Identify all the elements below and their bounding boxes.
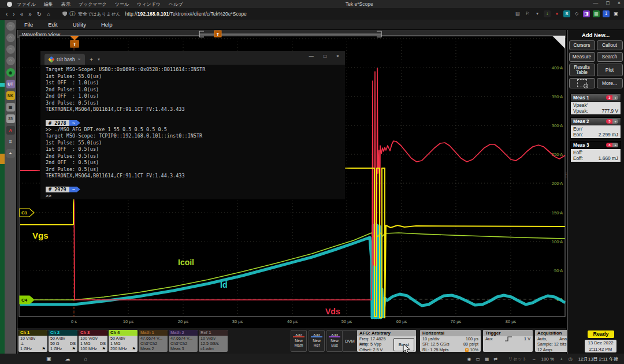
tray-icon[interactable]: ▭	[476, 356, 480, 362]
window-control[interactable]: □	[606, 0, 609, 6]
extension-nk[interactable]: NK	[6, 91, 15, 100]
extensions-icon[interactable]: ▣	[612, 10, 619, 17]
more--button[interactable]: More...	[597, 78, 623, 88]
scope-menu-utility[interactable]: Utility	[73, 21, 86, 28]
zoom-out-button[interactable]: –	[533, 356, 535, 362]
browser-menu-item[interactable]: ファイル	[17, 1, 36, 8]
shield-icon[interactable]	[62, 12, 67, 17]
taskbar-app-icon[interactable]: ⌂	[84, 356, 87, 362]
terminal-line: 2nd OFF : 0.5(us)	[46, 159, 345, 166]
browser-app-icon[interactable]	[7, 2, 12, 7]
tray-icon[interactable]: ◉	[467, 356, 471, 362]
terminal-output[interactable]: Target MSO-Scope: USB0::0x0699::0x0528::…	[40, 65, 345, 199]
dvm-button[interactable]: DVM	[342, 330, 358, 352]
chevron-down-icon[interactable]: ▾	[534, 10, 541, 17]
horizontal-panel[interactable]: Horizontal 10 µs/div100 µsSR: 12.5 GS/s8…	[420, 330, 481, 352]
browser-menu-item[interactable]: ヘルプ	[169, 1, 183, 8]
add-new-math-button[interactable]: Add New Math	[291, 330, 307, 352]
extension-grid[interactable]: ⠿	[6, 138, 15, 146]
zoom-in-button[interactable]: +	[560, 356, 563, 362]
extension-circle-3[interactable]: ◠	[6, 45, 15, 54]
extension-3s[interactable]: 35	[6, 114, 15, 123]
terminal-window-control[interactable]: —	[309, 53, 314, 59]
measurement-count-badge[interactable]: 3+	[606, 95, 618, 100]
scope-menu-file[interactable]: File	[24, 21, 33, 28]
scope-menu-edit[interactable]: Edit	[48, 21, 57, 28]
taskbar-app-icon[interactable]: ▣	[46, 356, 51, 362]
office-icon[interactable]: ◨	[583, 10, 590, 17]
measurement-card-meas2[interactable]: Meas 23+Eon'Eon:2.299 mJ	[570, 117, 621, 139]
nav-button[interactable]: ›	[13, 11, 14, 17]
git-bash-window[interactable]: Git bash × + ▾ —□× Target MSO-Scope: USB…	[40, 51, 345, 199]
browser-menu-item[interactable]: ウィンドウ	[137, 1, 161, 8]
channel-badge-ch2[interactable]: Ch 250 A/div50 ΩDS1 GHz⚑	[49, 330, 77, 352]
x-axis-label: 80 µs	[506, 319, 517, 324]
nav-button[interactable]: ↻	[37, 11, 42, 17]
sidebar-drag-handle[interactable]: ⋮	[563, 172, 569, 178]
channel-badge-ch4[interactable]: Ch 450 A/div1 MΩ200 MHz⚑	[109, 330, 138, 352]
tab-close-icon[interactable]: ×	[78, 57, 81, 62]
terminal-tab[interactable]: Git bash ×	[44, 54, 85, 65]
reset-button[interactable]: リセット	[508, 356, 527, 362]
tab-dropdown-icon[interactable]: ▾	[98, 57, 100, 62]
window-control[interactable]: ×	[618, 0, 621, 6]
search-button[interactable]: Search	[597, 52, 623, 62]
add-new-ref-button[interactable]: Add New Ref	[309, 330, 325, 352]
browser-menu-item[interactable]: 表示	[61, 1, 70, 8]
cursors-button[interactable]: Cursors	[569, 40, 595, 50]
extension-active[interactable]: ◉	[6, 68, 15, 77]
terminal-window-control[interactable]: □	[324, 53, 326, 59]
channel-badge-math2[interactable]: Math 247.6674 V...Ch3*Ch2Meas 3	[169, 330, 198, 352]
nav-button[interactable]: ‹	[6, 11, 8, 17]
extension-circle-4[interactable]: ◠	[6, 57, 15, 65]
channel-badge-ch3[interactable]: Ch 3100 V/div1 MΩDS100 MHz⚑	[79, 330, 107, 352]
extension-circle-1[interactable]: ◠	[6, 22, 15, 31]
terminal-window-control[interactable]: ×	[336, 53, 339, 59]
plot-button[interactable]: Plot	[597, 64, 623, 76]
tray-icon[interactable]: ⇄	[494, 356, 498, 362]
trigger-panel[interactable]: Trigger Aux 1 V	[483, 330, 533, 352]
extension-add[interactable]: +	[6, 149, 15, 158]
callout-button[interactable]: Callout	[597, 40, 623, 50]
zoom-select-button[interactable]	[569, 78, 595, 88]
scope-menu-help[interactable]: Help	[101, 21, 113, 28]
panels-icon[interactable]: ▤	[514, 10, 521, 17]
browser-menu-item[interactable]: ツール	[115, 1, 129, 8]
tray-icon[interactable]: ▦	[485, 356, 489, 362]
measurement-count-badge[interactable]: 3+	[606, 143, 618, 147]
bookmark-icon[interactable]: ⚐	[524, 10, 531, 17]
results-table-button[interactable]: Results Table	[569, 64, 595, 76]
terminal-titlebar[interactable]: Git bash × + ▾ —□×	[40, 51, 345, 65]
teams-icon[interactable]: S	[563, 10, 570, 17]
new-tab-icon[interactable]: +	[90, 57, 93, 63]
zoom-level[interactable]: 100 %	[541, 356, 554, 362]
channel-badge-ref1[interactable]: Ref 110 V/div12.5 GS/sc1.wfm	[199, 330, 228, 352]
extension-ut[interactable]: UT	[6, 80, 15, 88]
measure-button[interactable]: Measure	[569, 52, 595, 62]
channel-badge-row: c1.wfm	[199, 346, 228, 351]
add-new-bus-button[interactable]: Add New Bus	[326, 330, 343, 352]
url-bar[interactable]: http://192.168.0.101/Tektronix#/client/c…	[125, 11, 247, 17]
nav-button[interactable]: »	[28, 11, 32, 17]
measurement-count-badge[interactable]: 3+	[606, 119, 618, 124]
extension-qr[interactable]: ▦	[6, 103, 15, 112]
sheets-icon[interactable]: ▦	[593, 10, 600, 17]
taskbar-app-icon[interactable]: ☁	[65, 356, 70, 362]
save-icon[interactable]: ↧	[603, 10, 610, 17]
window-control[interactable]: —	[593, 0, 598, 6]
adblock-icon[interactable]: ●	[554, 10, 560, 17]
ghost-icon[interactable]: ◇	[573, 10, 580, 17]
extension-circle-2[interactable]: ◠	[6, 34, 15, 42]
measurement-card-meas3[interactable]: Meas 33+Eoff'Eoff:1.660 mJ	[570, 141, 621, 162]
nav-button[interactable]: ⌂	[47, 11, 50, 17]
extension-a[interactable]: A	[6, 126, 15, 135]
terminal-line: 2nd Pulse: 0.5(us)	[46, 153, 345, 160]
channel-badge-ch1[interactable]: Ch 110 V/div⊥1 GHz⚑	[18, 330, 47, 352]
info-icon[interactable]: ⓘ	[69, 10, 75, 18]
browser-menu-item[interactable]: 編集	[44, 1, 53, 8]
nav-button[interactable]: «	[20, 11, 24, 17]
channel-badge-math1[interactable]: Math 147.6674 V...Ch3*Ch2Meas 2	[139, 330, 168, 352]
measurement-card-meas1[interactable]: Meas 13+Vpeak'Vpeak:777.9 V	[570, 94, 621, 115]
download-icon[interactable]: ↓	[544, 10, 551, 17]
browser-menu-item[interactable]: ブックマーク	[79, 1, 107, 8]
